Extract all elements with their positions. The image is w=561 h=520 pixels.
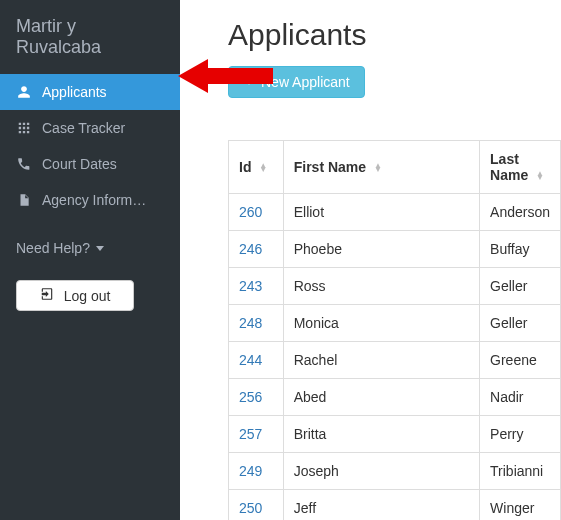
sidebar-item-label: Applicants [42, 84, 107, 100]
cell-first-name: Joseph [283, 453, 479, 490]
applicant-id-link[interactable]: 249 [239, 463, 262, 479]
table-row: 257BrittaPerry [229, 416, 561, 453]
new-applicant-label: New Applicant [261, 74, 350, 90]
new-applicant-button[interactable]: New Applicant [228, 66, 365, 98]
applicant-id-link[interactable]: 257 [239, 426, 262, 442]
cell-first-name: Elliot [283, 194, 479, 231]
cell-id: 256 [229, 379, 284, 416]
table-row: 260ElliotAnderson [229, 194, 561, 231]
applicant-id-link[interactable]: 250 [239, 500, 262, 516]
sort-icon: ▲▼ [374, 164, 382, 172]
need-help-dropdown[interactable]: Need Help? [0, 226, 180, 270]
sidebar-item-label: Case Tracker [42, 120, 125, 136]
table-row: 246PhoebeBuffay [229, 231, 561, 268]
sidebar-nav: Applicants Case Tracker Court Dates Agen… [0, 74, 180, 218]
sidebar-item-agency-information[interactable]: Agency Inform… [0, 182, 180, 218]
applicant-id-link[interactable]: 244 [239, 352, 262, 368]
cell-last-name: Winger [480, 490, 561, 521]
cell-id: 246 [229, 231, 284, 268]
sidebar-item-court-dates[interactable]: Court Dates [0, 146, 180, 182]
cell-first-name: Britta [283, 416, 479, 453]
cell-last-name: Nadir [480, 379, 561, 416]
file-icon [16, 193, 32, 207]
cell-first-name: Ross [283, 268, 479, 305]
col-header-first-name[interactable]: First Name ▲▼ [283, 141, 479, 194]
cell-first-name: Monica [283, 305, 479, 342]
cell-id: 243 [229, 268, 284, 305]
sidebar-item-label: Agency Inform… [42, 192, 146, 208]
need-help-label: Need Help? [16, 240, 90, 256]
logout-label: Log out [64, 288, 111, 304]
table-row: 243RossGeller [229, 268, 561, 305]
col-header-last-name[interactable]: Last Name ▲▼ [480, 141, 561, 194]
brand-title: Martir y Ruvalcaba [0, 0, 180, 74]
cell-id: 260 [229, 194, 284, 231]
sidebar: Martir y Ruvalcaba Applicants Case Track… [0, 0, 180, 520]
col-header-id[interactable]: Id ▲▼ [229, 141, 284, 194]
applicant-id-link[interactable]: 260 [239, 204, 262, 220]
cell-id: 257 [229, 416, 284, 453]
table-row: 249JosephTribianni [229, 453, 561, 490]
user-icon [16, 85, 32, 99]
table-row: 250JeffWinger [229, 490, 561, 521]
cell-last-name: Greene [480, 342, 561, 379]
main-content: Applicants New Applicant Id ▲▼ First N [180, 0, 561, 520]
cell-last-name: Geller [480, 268, 561, 305]
cell-last-name: Anderson [480, 194, 561, 231]
table-row: 248MonicaGeller [229, 305, 561, 342]
table-row: 256AbedNadir [229, 379, 561, 416]
applicant-id-link[interactable]: 243 [239, 278, 262, 294]
page-title: Applicants [228, 18, 561, 52]
sidebar-item-applicants[interactable]: Applicants [0, 74, 180, 110]
cell-id: 250 [229, 490, 284, 521]
applicant-id-link[interactable]: 256 [239, 389, 262, 405]
sort-icon: ▲▼ [536, 172, 544, 180]
cell-last-name: Perry [480, 416, 561, 453]
chevron-down-icon [96, 246, 104, 251]
cell-id: 249 [229, 453, 284, 490]
table-header-row: Id ▲▼ First Name ▲▼ Last Name ▲▼ [229, 141, 561, 194]
cell-first-name: Phoebe [283, 231, 479, 268]
applicants-table: Id ▲▼ First Name ▲▼ Last Name ▲▼ 260E [228, 140, 561, 520]
sidebar-item-label: Court Dates [42, 156, 117, 172]
cell-last-name: Buffay [480, 231, 561, 268]
cell-last-name: Tribianni [480, 453, 561, 490]
grid-icon [16, 121, 32, 135]
logout-button[interactable]: Log out [16, 280, 134, 311]
cell-id: 248 [229, 305, 284, 342]
applicant-id-link[interactable]: 248 [239, 315, 262, 331]
cell-first-name: Abed [283, 379, 479, 416]
applicant-id-link[interactable]: 246 [239, 241, 262, 257]
plus-icon [243, 74, 255, 90]
sidebar-item-case-tracker[interactable]: Case Tracker [0, 110, 180, 146]
table-row: 244RachelGreene [229, 342, 561, 379]
logout-icon [40, 287, 54, 304]
sort-icon: ▲▼ [259, 164, 267, 172]
cell-first-name: Jeff [283, 490, 479, 521]
phone-icon [16, 157, 32, 171]
cell-last-name: Geller [480, 305, 561, 342]
cell-id: 244 [229, 342, 284, 379]
cell-first-name: Rachel [283, 342, 479, 379]
